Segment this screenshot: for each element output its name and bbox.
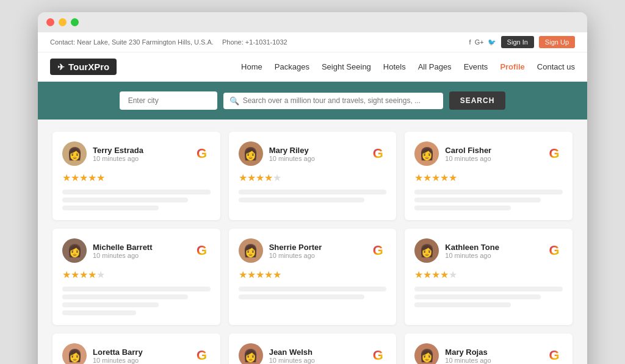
review-card: 👩 Mary Rojas 10 minutes ago G ★★★★★ — [405, 334, 573, 364]
reviews-grid: 👩 Terry Estrada 10 minutes ago G ★★★★★ 👩 — [52, 132, 573, 364]
logo[interactable]: ✈ TourXPro — [50, 59, 117, 75]
review-card: 👩 Michelle Barrett 10 minutes ago G ★★★★… — [52, 229, 220, 325]
nav-sightseeing[interactable]: Seight Seeing — [322, 62, 371, 71]
reviewer-time: 10 minutes ago — [269, 252, 322, 259]
review-card: 👩 Loretta Barry 10 minutes ago G ★★★★★ — [52, 334, 220, 364]
review-line — [414, 287, 563, 291]
star-filled: ★ — [79, 173, 88, 183]
reviewer-name: Mary Riley — [269, 146, 315, 155]
reviewer-details: Michelle Barrett 10 minutes ago — [93, 243, 153, 259]
facebook-icon[interactable]: f — [469, 38, 471, 46]
review-card: 👩 Kathleen Tone 10 minutes ago G ★★★★★ — [405, 229, 573, 325]
nav-events[interactable]: Events — [464, 62, 488, 71]
star-empty: ★ — [273, 173, 281, 183]
maximize-button[interactable] — [71, 18, 79, 26]
google-g-letter: G — [549, 243, 559, 259]
google-g-letter: G — [373, 243, 383, 259]
google-g-letter: G — [549, 146, 559, 162]
review-line — [414, 198, 540, 202]
nav-profile[interactable]: Profile — [500, 62, 524, 71]
review-lines — [414, 190, 563, 210]
star-filled: ★ — [432, 269, 440, 280]
review-line — [62, 294, 188, 299]
reviewer-details: Terry Estrada 10 minutes ago — [93, 146, 143, 162]
reviewer-name: Jean Welsh — [269, 348, 315, 357]
reviewer-name: Loretta Barry — [93, 348, 143, 357]
review-line — [414, 294, 540, 299]
star-rating: ★★★★★ — [414, 172, 563, 184]
star-filled: ★ — [414, 269, 423, 280]
star-rating: ★★★★★ — [414, 269, 563, 280]
reviewer-name: Michelle Barrett — [93, 243, 153, 252]
close-button[interactable] — [46, 18, 54, 26]
nav-contact[interactable]: Contact us — [537, 62, 575, 71]
star-filled: ★ — [264, 173, 273, 183]
star-filled: ★ — [88, 173, 96, 183]
phone-text: Phone: +1-1031-1032 — [222, 38, 287, 46]
city-input[interactable] — [120, 91, 217, 110]
reviewer-info: 👩 Mary Rojas 10 minutes ago — [414, 343, 491, 364]
reviewer-details: Mary Riley 10 minutes ago — [269, 146, 315, 162]
browser-content: Contact: Near Lake, Suite 230 Farmington… — [38, 32, 587, 364]
google-g-letter: G — [373, 146, 383, 162]
search-bar: 🔍 SEARCH — [38, 82, 587, 120]
avatar: 👩 — [239, 141, 263, 166]
star-filled: ★ — [79, 269, 88, 280]
review-line — [239, 190, 387, 194]
logo-text: TourXPro — [68, 62, 109, 72]
minimize-button[interactable] — [59, 18, 67, 26]
reviewer-name: Mary Rojas — [445, 348, 491, 357]
review-header: 👩 Sherrie Porter 10 minutes ago G — [239, 238, 387, 263]
search-icon: 🔍 — [229, 96, 239, 105]
nav-packages[interactable]: Packages — [275, 62, 309, 71]
review-line — [414, 205, 511, 210]
star-rating: ★★★★★ — [62, 269, 211, 280]
nav-allpages[interactable]: All Pages — [418, 62, 452, 71]
twitter-icon[interactable]: 🐦 — [488, 38, 496, 46]
search-button[interactable]: SEARCH — [449, 91, 506, 110]
star-filled: ★ — [247, 269, 256, 280]
search-input[interactable] — [243, 96, 437, 105]
review-header: 👩 Jean Welsh 10 minutes ago G — [239, 343, 387, 364]
star-rating: ★★★★★ — [62, 172, 211, 184]
review-line — [239, 294, 364, 299]
star-rating: ★★★★★ — [239, 172, 387, 184]
contact-info: Contact: Near Lake, Suite 230 Farmington… — [50, 38, 287, 46]
star-filled: ★ — [239, 173, 247, 183]
signup-button[interactable]: Sign Up — [539, 36, 575, 48]
reviewer-time: 10 minutes ago — [269, 357, 315, 364]
search-input-wrap: 🔍 — [223, 93, 443, 109]
titlebar — [38, 12, 587, 32]
google-icon: G — [546, 347, 563, 364]
nav-home[interactable]: Home — [241, 62, 262, 71]
review-line — [62, 198, 188, 202]
google-icon: G — [193, 242, 211, 259]
star-filled: ★ — [62, 269, 71, 280]
review-card: 👩 Terry Estrada 10 minutes ago G ★★★★★ — [52, 132, 220, 220]
reviewer-details: Jean Welsh 10 minutes ago — [269, 348, 315, 364]
reviewer-details: Sherrie Porter 10 minutes ago — [269, 243, 322, 259]
star-filled: ★ — [96, 173, 105, 183]
avatar: 👩 — [239, 238, 263, 263]
reviewer-time: 10 minutes ago — [269, 155, 315, 162]
nav-hotels[interactable]: Hotels — [383, 62, 406, 71]
google-g-letter: G — [549, 348, 559, 363]
star-filled: ★ — [273, 269, 281, 280]
review-line — [414, 190, 563, 194]
star-filled: ★ — [71, 173, 79, 183]
reviewer-name: Carol Fisher — [445, 146, 491, 155]
reviewer-info: 👩 Carol Fisher 10 minutes ago — [414, 141, 491, 166]
browser-window: Contact: Near Lake, Suite 230 Farmington… — [38, 12, 587, 364]
signin-button[interactable]: Sign In — [501, 36, 534, 48]
review-line — [62, 310, 136, 315]
googleplus-icon[interactable]: G+ — [475, 38, 484, 46]
review-lines — [62, 190, 211, 210]
review-lines — [414, 287, 563, 307]
review-lines — [239, 287, 387, 299]
reviewer-info: 👩 Michelle Barrett 10 minutes ago — [62, 238, 153, 263]
review-header: 👩 Loretta Barry 10 minutes ago G — [62, 343, 211, 364]
star-filled: ★ — [88, 269, 96, 280]
reviewer-time: 10 minutes ago — [445, 155, 491, 162]
google-icon: G — [369, 347, 386, 364]
google-g-letter: G — [197, 348, 207, 363]
